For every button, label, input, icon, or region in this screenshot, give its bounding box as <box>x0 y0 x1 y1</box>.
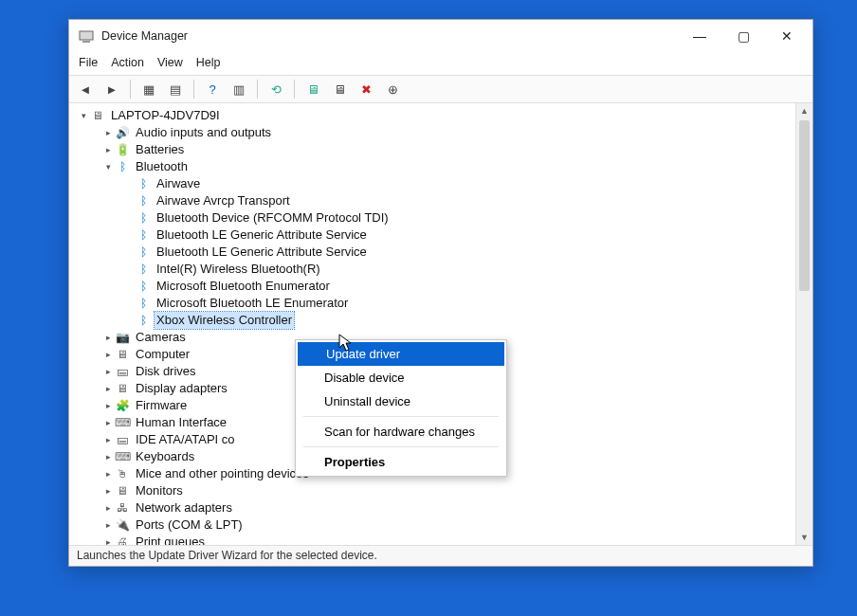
titlebar[interactable]: Device Manager — ▢ ✕ <box>69 20 812 52</box>
uninstall-device-button[interactable]: ✖ <box>356 79 376 100</box>
tree-item-label: Network adapters <box>134 499 234 516</box>
tree-item[interactable]: ▸🔌Ports (COM & LPT) <box>73 516 795 534</box>
scroll-up-arrow[interactable]: ▲ <box>796 103 812 118</box>
close-button[interactable]: ✕ <box>765 21 809 51</box>
window-title: Device Manager <box>101 29 678 43</box>
tree-item-label: Keyboards <box>134 448 196 465</box>
minimize-button[interactable]: — <box>678 21 721 51</box>
tree-item-label: Batteries <box>134 141 186 158</box>
context-menu-item[interactable]: Scan for hardware changes <box>296 420 506 444</box>
toolbar-separator <box>130 80 131 99</box>
tree-item[interactable]: ᛒXbox Wireless Controller <box>73 312 795 329</box>
tree-item[interactable]: ᛒMicrosoft Bluetooth Enumerator <box>73 278 795 295</box>
tree-item[interactable]: ᛒBluetooth Device (RFCOMM Protocol TDI) <box>73 209 795 226</box>
tree-item-label: Bluetooth LE Generic Attribute Service <box>155 244 369 261</box>
menu-action[interactable]: Action <box>111 56 144 69</box>
expander-icon[interactable]: ▸ <box>101 397 115 414</box>
tree-item[interactable]: ▸🖨Print queues <box>73 534 795 545</box>
help-button[interactable]: ? <box>202 79 223 100</box>
tree-item-label: Xbox Wireless Controller <box>155 312 294 329</box>
menu-file[interactable]: File <box>79 56 98 69</box>
tree-item[interactable]: ᛒIntel(R) Wireless Bluetooth(R) <box>73 261 795 278</box>
expander-icon[interactable]: ▾ <box>101 158 115 175</box>
scroll-down-arrow[interactable]: ▼ <box>796 530 812 545</box>
tree-root-label: LAPTOP-4JDV7D9I <box>109 107 222 124</box>
tree-item-label: Disk drives <box>134 363 198 380</box>
expander-icon[interactable]: ▸ <box>101 346 115 363</box>
toolbar-separator <box>193 80 194 99</box>
tree-item[interactable]: ▾ᛒBluetooth <box>73 158 795 175</box>
device-icon: ᛒ <box>115 159 130 174</box>
maximize-button[interactable]: ▢ <box>721 21 765 51</box>
expander-icon[interactable]: ▸ <box>101 329 115 346</box>
app-icon <box>79 28 94 44</box>
computer-icon: 🖥 <box>90 108 105 123</box>
expander-icon[interactable]: ▸ <box>101 380 115 397</box>
tree-item[interactable]: ▸🖥Monitors <box>73 482 795 499</box>
tree-item[interactable]: ᛒMicrosoft Bluetooth LE Enumerator <box>73 295 795 312</box>
disable-device-button[interactable]: 🖥 <box>329 79 350 100</box>
toolbar-separator <box>257 80 258 99</box>
tree-item[interactable]: ▸🔊Audio inputs and outputs <box>73 124 795 141</box>
expander-icon[interactable]: ▸ <box>101 363 115 380</box>
device-icon: ᛒ <box>136 313 151 328</box>
show-hide-tree-button[interactable]: ▦ <box>138 79 159 100</box>
expander-icon[interactable]: ▸ <box>101 448 115 465</box>
forward-button[interactable]: ► <box>101 79 122 100</box>
expander-icon[interactable]: ▸ <box>101 482 115 499</box>
svg-rect-1 <box>82 41 90 43</box>
context-menu-item[interactable]: Update driver <box>298 342 504 366</box>
context-menu-item[interactable]: Disable device <box>296 366 506 390</box>
menu-view[interactable]: View <box>157 56 183 69</box>
tree-item[interactable]: ᛒAirwave Avrcp Transport <box>73 192 795 209</box>
scan-hardware-button[interactable]: ⊕ <box>382 79 403 100</box>
tree-item-label: Microsoft Bluetooth LE Enumerator <box>155 295 350 312</box>
device-icon: ᛒ <box>136 193 151 208</box>
device-icon: ᛒ <box>136 210 151 226</box>
update-driver-button[interactable]: 🖥 <box>302 79 323 100</box>
tree-root[interactable]: ▾🖥LAPTOP-4JDV7D9I <box>73 107 795 124</box>
menu-help[interactable]: Help <box>196 56 221 69</box>
action-button-1[interactable]: ⟲ <box>265 79 286 100</box>
tree-item-label: Airwave <box>155 175 202 192</box>
tree-item-label: Microsoft Bluetooth Enumerator <box>155 278 332 295</box>
expander-icon[interactable]: ▾ <box>77 107 90 124</box>
tree-item[interactable]: ▸🖧Network adapters <box>73 499 795 516</box>
tree-item-label: Airwave Avrcp Transport <box>155 192 292 209</box>
expander-icon[interactable]: ▸ <box>101 431 115 448</box>
menu-separator <box>303 446 499 447</box>
expander-icon[interactable]: ▸ <box>101 414 115 431</box>
tree-item-label: Display adapters <box>134 380 229 397</box>
device-icon: ᛒ <box>136 227 151 243</box>
device-icon: 🖥 <box>115 347 130 362</box>
expander-icon[interactable]: ▸ <box>101 534 115 545</box>
tree-item[interactable]: ᛒBluetooth LE Generic Attribute Service <box>73 226 795 244</box>
properties-button[interactable]: ▤ <box>165 79 186 100</box>
view-button[interactable]: ▥ <box>228 79 249 100</box>
context-menu-item[interactable]: Properties <box>296 450 506 474</box>
device-icon: ᛒ <box>136 245 151 260</box>
expander-icon[interactable]: ▸ <box>101 124 115 141</box>
context-menu-item[interactable]: Uninstall device <box>296 390 506 413</box>
expander-icon[interactable]: ▸ <box>101 141 115 158</box>
tree-item[interactable]: ᛒAirwave <box>73 175 795 192</box>
status-text: Launches the Update Driver Wizard for th… <box>77 549 377 562</box>
tree-item[interactable]: ᛒBluetooth LE Generic Attribute Service <box>73 244 795 261</box>
tree-item-label: Print queues <box>134 534 207 545</box>
scroll-thumb[interactable] <box>799 120 810 291</box>
expander-icon[interactable]: ▸ <box>101 465 115 482</box>
device-icon: 🔋 <box>115 142 130 157</box>
context-menu: Update driverDisable deviceUninstall dev… <box>295 339 507 477</box>
expander-icon[interactable]: ▸ <box>101 499 115 516</box>
tree-item-label: Bluetooth Device (RFCOMM Protocol TDI) <box>155 209 391 226</box>
device-tree[interactable]: ▾🖥LAPTOP-4JDV7D9I▸🔊Audio inputs and outp… <box>69 103 795 545</box>
device-icon: 🖧 <box>115 500 130 516</box>
vertical-scrollbar[interactable]: ▲ ▼ <box>795 103 812 545</box>
expander-icon[interactable]: ▸ <box>101 516 115 534</box>
tree-item-label: Firmware <box>134 397 189 414</box>
tree-item[interactable]: ▸🔋Batteries <box>73 141 795 158</box>
back-button[interactable]: ◄ <box>75 79 96 100</box>
device-icon: 🖴 <box>115 364 130 379</box>
tree-item-label: Intel(R) Wireless Bluetooth(R) <box>155 261 322 278</box>
device-icon: 🖥 <box>115 381 130 396</box>
